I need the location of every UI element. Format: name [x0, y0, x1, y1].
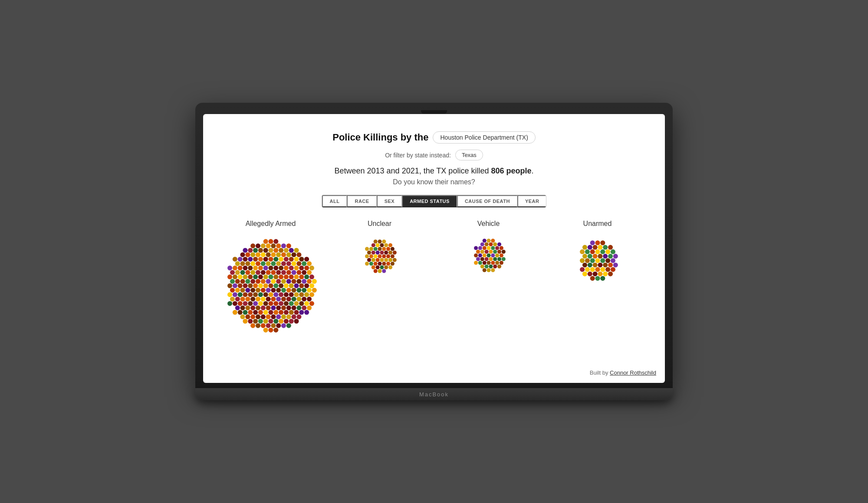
filter-tab-cause-of-death[interactable]: CAUSE OF DEATH — [457, 195, 517, 207]
laptop-notch — [421, 110, 447, 114]
bubble-group-unclear: Unclear — [325, 220, 434, 279]
filter-tab-year[interactable]: YEAR — [517, 195, 546, 207]
bubble-canvas — [467, 234, 510, 277]
footer-text: Built by — [590, 369, 608, 376]
filter-tabs: ALLRACESEXARMED STATUSCAUSE OF DEATHYEAR — [322, 195, 547, 208]
bubble-group-allegedly-armed: Allegedly Armed — [216, 220, 325, 338]
bubble-label: Vehicle — [477, 220, 500, 228]
laptop-brand-label: MacBook — [419, 391, 449, 398]
laptop-base: MacBook — [195, 388, 673, 400]
app-content: Police Killings by the Houston Police De… — [203, 114, 665, 383]
filter-tab-all[interactable]: ALL — [322, 195, 347, 207]
filter-tab-armed-status[interactable]: ARMED STATUS — [402, 195, 457, 207]
bubble-canvas — [357, 234, 402, 279]
bubble-group-vehicle: Vehicle — [434, 220, 543, 277]
laptop-frame: Police Killings by the Houston Police De… — [195, 103, 673, 400]
footer: Built by Connor Rothschild — [590, 369, 656, 376]
bubble-canvas — [571, 234, 625, 287]
screen: Police Killings by the Houston Police De… — [203, 114, 665, 383]
stat-sentence: Between 2013 and 2021, the TX police kil… — [335, 167, 534, 176]
bubble-canvas — [219, 234, 323, 338]
title-row: Police Killings by the Houston Police De… — [332, 131, 536, 144]
stat-prefix: Between 2013 and 2021, the TX police kil… — [335, 167, 489, 175]
filter-tab-sex[interactable]: SEX — [377, 195, 402, 207]
bubble-group-unarmed: Unarmed — [543, 220, 652, 287]
bubbles-section: Allegedly ArmedUnclearVehicleUnarmed — [216, 220, 652, 374]
bubble-label: Unarmed — [583, 220, 612, 228]
bubble-label: Allegedly Armed — [246, 220, 296, 228]
page-title: Police Killings by the — [332, 132, 428, 143]
laptop-screen-bezel: Police Killings by the Houston Police De… — [195, 103, 673, 388]
subtitle: Do you know their names? — [393, 178, 475, 186]
state-filter-label: Or filter by state instead: — [385, 152, 451, 159]
department-selector[interactable]: Houston Police Department (TX) — [433, 131, 535, 144]
filter-tab-race[interactable]: RACE — [347, 195, 376, 207]
stat-count: 806 people — [491, 167, 531, 175]
state-row: Or filter by state instead: Texas — [385, 150, 483, 160]
stat-period: . — [531, 167, 533, 175]
footer-author-link[interactable]: Connor Rothschild — [610, 369, 656, 376]
state-selector[interactable]: Texas — [455, 150, 483, 160]
bubble-label: Unclear — [368, 220, 391, 228]
